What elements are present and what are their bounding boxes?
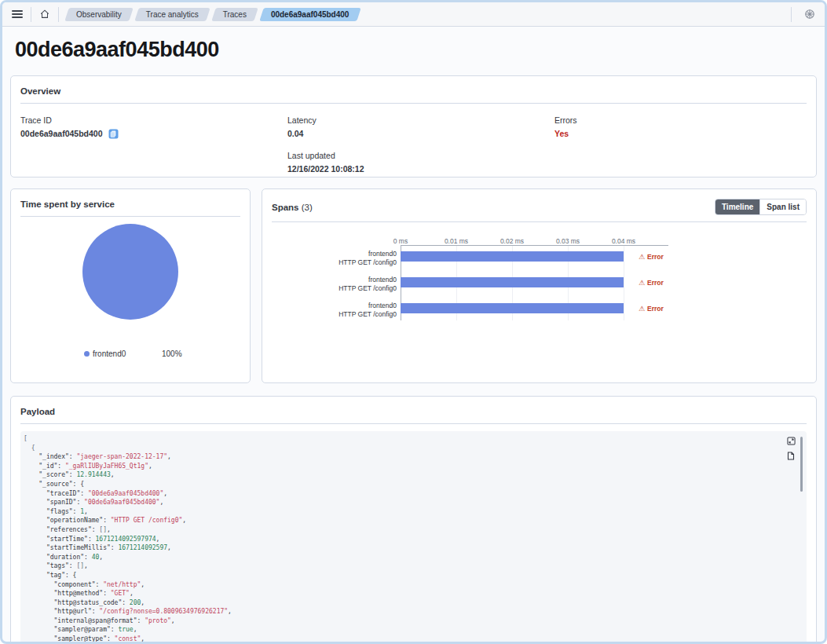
- divider: [272, 221, 807, 222]
- payload-panel: Payload [ { "_index": "jaeger-span-2022-…: [10, 396, 817, 644]
- globe-icon[interactable]: [804, 9, 815, 20]
- legend-value: 100%: [162, 349, 182, 358]
- payload-title: Payload: [20, 406, 807, 417]
- time-spent-title: Time spent by service: [20, 199, 240, 210]
- code-scrollbar[interactable]: [800, 437, 803, 492]
- breadcrumbs: ObservabilityTrace analyticsTraces00de6a…: [67, 8, 358, 21]
- pie-slice: [82, 224, 178, 320]
- breadcrumb-item[interactable]: Traces: [214, 8, 256, 21]
- timeline-button[interactable]: Timeline: [715, 199, 759, 214]
- trace-id-field: Trace ID 00de6a9aaf045bd400: [20, 115, 287, 139]
- gantt-row-label: frontend0HTTP GET /config0: [272, 302, 397, 318]
- copy-icon[interactable]: [108, 129, 119, 139]
- span-error-badge: ⚠Error: [639, 279, 664, 287]
- expand-icon[interactable]: [787, 437, 796, 445]
- gantt-axis-line: [401, 245, 668, 246]
- gantt-span-bar[interactable]: [401, 277, 624, 287]
- divider: [31, 7, 31, 22]
- errors-label: Errors: [554, 115, 807, 125]
- errors-value: Yes: [554, 129, 807, 139]
- legend-dot: [84, 351, 90, 357]
- spans-view-toggle: Timeline Span list: [715, 199, 807, 215]
- time-spent-panel: Time spent by service frontend0 100%: [10, 188, 251, 383]
- last-updated-label: Last updated: [287, 151, 554, 160]
- span-error-badge: ⚠Error: [639, 253, 664, 261]
- gantt-row-label: frontend0HTTP GET /config0: [272, 250, 397, 266]
- span-list-button[interactable]: Span list: [759, 199, 806, 214]
- menu-icon[interactable]: [12, 10, 23, 18]
- span-error-badge: ⚠Error: [639, 305, 664, 313]
- page-title: 00de6a9aaf045bd400: [15, 37, 812, 62]
- gantt-axis-tick: 0.04 ms: [600, 237, 647, 245]
- gantt-axis-tick: 0.01 ms: [433, 237, 480, 245]
- spans-panel: Spans (3) Timeline Span list 0 ms0.01 ms…: [262, 188, 817, 383]
- gantt-row-label: frontend0HTTP GET /config0: [272, 276, 397, 292]
- trace-id-value: 00de6a9aaf045bd400: [20, 129, 103, 139]
- trace-id-label: Trace ID: [20, 115, 287, 125]
- latency-label: Latency: [287, 115, 554, 125]
- overview-panel: Overview Trace ID 00de6a9aaf045bd400 Lat…: [10, 75, 817, 177]
- payload-json: [ { "_index": "jaeger-span-2022-12-17", …: [24, 434, 803, 644]
- payload-code-block: [ { "_index": "jaeger-span-2022-12-17", …: [20, 431, 807, 644]
- breadcrumb-item[interactable]: Observability: [67, 8, 131, 21]
- errors-field: Errors Yes: [554, 115, 807, 139]
- gantt-axis-tick: 0.03 ms: [544, 237, 591, 245]
- pie-chart: [20, 223, 240, 325]
- divider: [20, 103, 807, 104]
- gantt-span-bar[interactable]: [401, 251, 624, 262]
- app-window: ObservabilityTrace analyticsTraces00de6a…: [0, 0, 827, 644]
- gantt-axis-tick: 0 ms: [377, 237, 424, 245]
- legend-label: frontend0: [93, 349, 162, 358]
- breadcrumb-item[interactable]: 00de6a9aaf045bd400: [262, 8, 359, 21]
- gantt-gridline: [624, 245, 624, 320]
- divider: [58, 7, 59, 22]
- gantt-chart: 0 ms0.01 ms0.02 ms0.03 ms0.04 msfrontend…: [272, 234, 807, 352]
- pie-legend[interactable]: frontend0 100%: [20, 349, 240, 358]
- breadcrumb-item[interactable]: Trace analytics: [137, 8, 208, 21]
- last-updated-value: 12/16/2022 10:08:12: [287, 164, 554, 174]
- overview-title: Overview: [20, 86, 807, 97]
- top-navigation-bar: ObservabilityTrace analyticsTraces00de6a…: [2, 2, 825, 27]
- home-icon[interactable]: [39, 9, 50, 20]
- spans-title: Spans (3): [272, 202, 313, 213]
- divider: [20, 423, 807, 424]
- gantt-axis-tick: 0.02 ms: [489, 237, 536, 245]
- divider: [20, 216, 240, 217]
- divider: [791, 7, 792, 22]
- latency-value: 0.04: [287, 129, 554, 139]
- gantt-span-bar[interactable]: [401, 303, 624, 313]
- last-updated-field: Last updated 12/16/2022 10:08:12: [287, 151, 554, 174]
- latency-field: Latency 0.04: [287, 115, 554, 139]
- copy-code-icon[interactable]: [787, 452, 796, 460]
